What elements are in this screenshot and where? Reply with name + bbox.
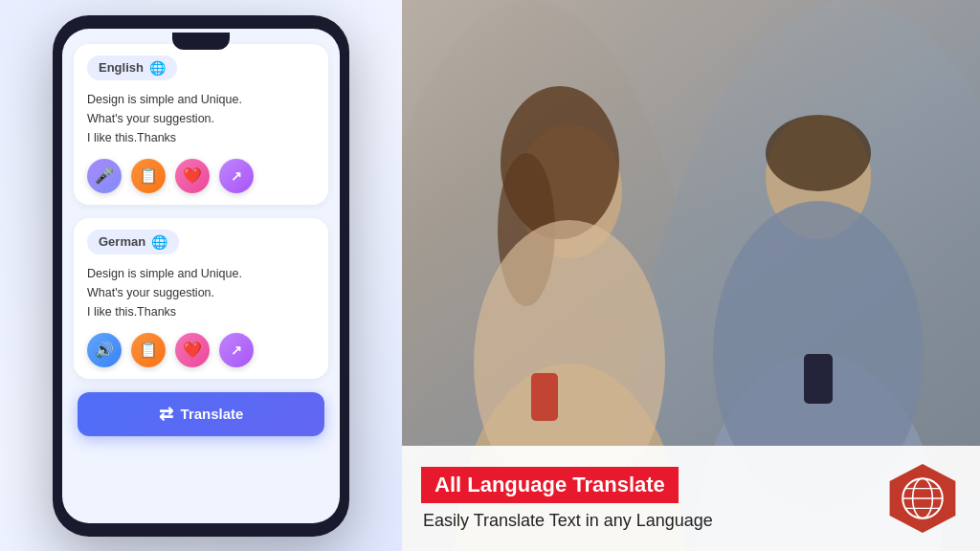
right-panel: All Language Translate Easily Translate … [402, 0, 980, 551]
target-globe-icon: 🌐 [151, 234, 167, 250]
phone-mockup: English 🌐 Design is simple and Unique. W… [53, 15, 349, 537]
translate-button[interactable]: ⇄ Translate [78, 392, 324, 436]
svg-point-8 [766, 115, 871, 191]
share-button-target[interactable]: ↗ [219, 333, 254, 367]
svg-rect-10 [804, 354, 833, 404]
translate-icon: ⇄ [159, 404, 173, 425]
bottom-banner: All Language Translate Easily Translate … [402, 446, 980, 551]
source-language-pill[interactable]: English 🌐 [87, 55, 177, 80]
source-card: English 🌐 Design is simple and Unique. W… [74, 44, 328, 205]
speaker-button[interactable]: 🔊 [87, 333, 122, 367]
banner-text-block: All Language Translate Easily Translate … [421, 467, 870, 531]
target-action-buttons: 🔊 📋 ❤️ ↗ [87, 333, 315, 367]
mic-button[interactable]: 🎤 [87, 159, 122, 193]
source-language-label: English [99, 60, 144, 75]
target-lang-selector[interactable]: German 🌐 [87, 230, 315, 254]
share-button-source[interactable]: ↗ [219, 159, 254, 193]
favorite-button-target[interactable]: ❤️ [175, 333, 210, 367]
translate-button-label: Translate [181, 406, 244, 422]
favorite-button-source[interactable]: ❤️ [175, 159, 210, 193]
globe-hexagon-icon [884, 460, 961, 537]
left-panel: English 🌐 Design is simple and Unique. W… [0, 0, 402, 551]
banner-title: All Language Translate [421, 467, 679, 503]
target-language-pill[interactable]: German 🌐 [87, 230, 179, 254]
target-language-label: German [99, 234, 145, 249]
copy-button-target[interactable]: 📋 [131, 333, 166, 367]
copy-button-source[interactable]: 📋 [131, 159, 166, 193]
phone-notch [172, 33, 230, 50]
target-card: German 🌐 Design is simple and Unique. Wh… [74, 218, 328, 379]
source-text: Design is simple and Unique. What's your… [87, 90, 315, 147]
banner-subtitle: Easily Translate Text in any Language [421, 511, 870, 531]
source-lang-selector[interactable]: English 🌐 [87, 55, 315, 80]
svg-rect-5 [531, 373, 558, 421]
source-action-buttons: 🎤 📋 ❤️ ↗ [87, 159, 315, 193]
target-text: Design is simple and Unique. What's your… [87, 264, 315, 321]
phone-screen: English 🌐 Design is simple and Unique. W… [62, 29, 340, 523]
source-globe-icon: 🌐 [149, 60, 166, 76]
